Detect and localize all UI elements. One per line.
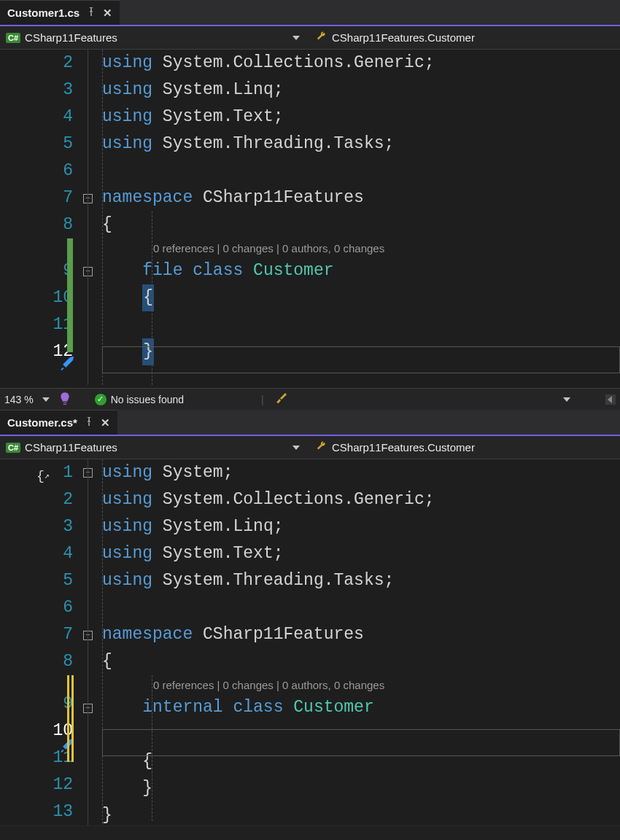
change-indicator (67, 238, 73, 352)
line-number: 8 (0, 648, 73, 675)
line-number: 11 (0, 311, 73, 338)
line-number: 9 (0, 691, 73, 718)
close-icon[interactable]: ✕ (101, 416, 110, 429)
line-number: 7 (0, 621, 73, 648)
line-number: 9 (0, 257, 73, 284)
code-line[interactable] (102, 311, 620, 338)
zoom-level[interactable]: 143 % (4, 394, 34, 405)
code-content[interactable]: using System.Collections.Generic; using … (102, 50, 620, 388)
code-editor[interactable]: 2 3 4 5 6 7 8 9 10 11 12 − − using (0, 50, 620, 388)
separator: | (261, 394, 264, 405)
brush-icon[interactable] (276, 392, 287, 406)
csharp-badge-icon: C# (6, 33, 20, 43)
breadcrumb-bar: C# CSharp11Features CSharp11Features.Cus… (0, 436, 620, 459)
status-bar: 143 % ✓ No issues found | (0, 388, 620, 410)
code-line[interactable]: using System.Threading.Tasks; (102, 567, 620, 594)
code-line[interactable] (102, 158, 620, 184)
code-line[interactable]: namespace CSharp11Features (102, 184, 620, 211)
file-tab[interactable]: Customer1.cs ✕ (0, 0, 120, 25)
codelens[interactable]: 0 references | 0 changes | 0 authors, 0 … (102, 238, 620, 257)
pin-icon[interactable] (85, 417, 93, 428)
quick-actions-icon[interactable] (60, 353, 76, 369)
intellicode-icon[interactable] (58, 392, 71, 407)
code-line[interactable]: using System.Collections.Generic; (102, 486, 620, 513)
line-number: 7 (0, 184, 73, 211)
line-number: 4 (0, 540, 73, 567)
line-number: 2 (0, 486, 73, 513)
tab-bar: Customer.cs* ✕ (0, 410, 620, 436)
line-number: 6 (0, 594, 73, 621)
status-bar: x (0, 825, 620, 840)
line-number: 3 (0, 513, 73, 540)
code-line[interactable]: } (102, 802, 620, 825)
chevron-down-icon[interactable] (42, 397, 50, 402)
line-number: 3 (0, 77, 73, 104)
code-line[interactable]: internal class Customer (102, 694, 620, 721)
change-indicator (67, 675, 69, 762)
line-number: 5 (0, 131, 73, 158)
tab-title: Customer.cs* (7, 416, 77, 429)
breadcrumb-project-label: CSharp11Features (25, 31, 117, 44)
csharp-badge-icon: C# (6, 443, 20, 453)
line-number-gutter: 1 2 3 4 5 6 7 8 9 10 11 12 13 (0, 459, 80, 825)
line-number: 10 (0, 284, 73, 311)
pin-icon[interactable] (87, 7, 96, 18)
codelens[interactable]: 0 references | 0 changes | 0 authors, 0 … (102, 675, 620, 694)
line-number: 2 (0, 50, 73, 77)
code-line[interactable]: using System.Linq; (102, 77, 620, 104)
line-number: 12 (0, 771, 73, 798)
code-content[interactable]: using System; using System.Collections.G… (102, 459, 620, 825)
file-tab[interactable]: Customer.cs* ✕ (0, 410, 117, 435)
tab-title: Customer1.cs (7, 7, 80, 19)
current-line-highlight (102, 346, 620, 373)
code-line[interactable]: namespace CSharp11Features (102, 621, 620, 648)
close-icon[interactable]: ✕ (103, 7, 112, 20)
tab-bar: Customer1.cs ✕ (0, 0, 620, 26)
wrench-icon (316, 441, 328, 454)
code-line[interactable]: } (102, 775, 620, 802)
editor-pane-1: Customer1.cs ✕ C# CSharp11Features CShar… (0, 0, 620, 410)
code-editor[interactable]: {↗ 1 2 3 4 5 6 7 8 9 10 11 12 13 − − − (0, 459, 620, 825)
code-line[interactable]: using System.Linq; (102, 513, 620, 540)
breadcrumb-project[interactable]: C# CSharp11Features (0, 436, 310, 459)
issues-label[interactable]: No issues found (111, 394, 184, 405)
breadcrumb-bar: C# CSharp11Features CSharp11Features.Cus… (0, 26, 620, 50)
scroll-left-icon[interactable] (605, 394, 616, 405)
breadcrumb-project-label: CSharp11Features (25, 441, 117, 454)
current-line-highlight (102, 729, 620, 756)
code-line[interactable]: file class Customer (102, 257, 620, 284)
breadcrumb-symbol[interactable]: CSharp11Features.Customer (310, 436, 620, 459)
wrench-icon (316, 31, 328, 44)
editor-pane-2: Customer.cs* ✕ C# CSharp11Features CShar… (0, 410, 620, 840)
code-line[interactable]: using System.Text; (102, 540, 620, 567)
breadcrumb-symbol[interactable]: CSharp11Features.Customer (310, 26, 620, 49)
chevron-down-icon[interactable] (292, 446, 300, 450)
code-line[interactable]: using System.Threading.Tasks; (102, 131, 620, 158)
change-indicator (71, 675, 74, 762)
breadcrumb-project[interactable]: C# CSharp11Features (0, 26, 310, 49)
fold-gutter: − − − (80, 459, 102, 825)
code-line[interactable]: using System.Text; (102, 104, 620, 131)
check-circle-icon: ✓ (95, 394, 106, 405)
line-number: 13 (0, 798, 73, 825)
fold-gutter: − − (80, 50, 102, 388)
breadcrumb-symbol-label: CSharp11Features.Customer (332, 441, 475, 454)
chevron-down-icon[interactable] (292, 36, 300, 40)
line-number: 4 (0, 104, 73, 131)
line-number: 5 (0, 567, 73, 594)
breadcrumb-symbol-label: CSharp11Features.Customer (332, 31, 475, 44)
code-line[interactable]: using System; (102, 459, 620, 486)
code-line[interactable]: using System.Collections.Generic; (102, 50, 620, 77)
code-line[interactable] (102, 594, 620, 621)
line-number: 1 (0, 459, 73, 486)
line-number: 6 (0, 158, 73, 184)
chevron-down-icon[interactable] (563, 397, 570, 402)
line-number: 8 (0, 211, 73, 238)
code-line[interactable]: { (102, 284, 620, 311)
